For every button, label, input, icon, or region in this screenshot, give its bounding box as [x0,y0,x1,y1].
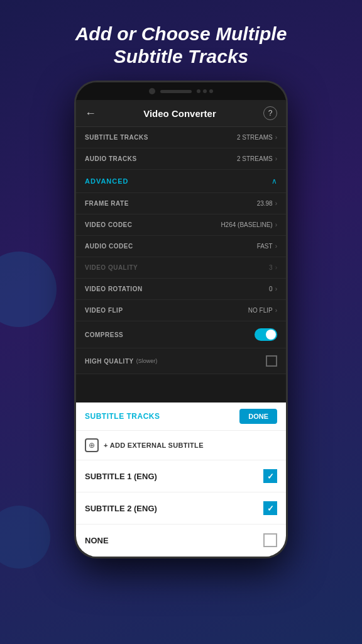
phone-frame: ← Video Converter ? SUBTITLE TRACKS 2 ST… [74,80,288,558]
video-codec-label: VIDEO CODEC [85,221,133,228]
video-rotation-chevron: › [275,286,277,292]
audio-tracks-value: 2 STREAMS › [237,155,277,162]
subtitle-tracks-row[interactable]: SUBTITLE TRACKS 2 STREAMS › [76,127,286,148]
video-quality-value: 3 › [269,264,277,271]
subtitle-tracks-chevron: › [275,134,277,141]
back-button[interactable]: ← [85,107,96,120]
audio-codec-chevron: › [275,243,277,250]
high-quality-sublabel: (Slower) [136,358,158,364]
frame-rate-row[interactable]: FRAME RATE 23.98 › [76,193,286,214]
audio-codec-value: FAST › [257,243,277,250]
bg-decoration-left [0,252,57,327]
video-codec-chevron: › [275,221,277,228]
frame-rate-chevron: › [275,200,277,207]
advanced-chevron: ∧ [272,177,277,186]
phone-dot-3 [209,89,213,93]
audio-tracks-row[interactable]: AUDIO TRACKS 2 STREAMS › [76,148,286,170]
video-flip-row[interactable]: VIDEO FLIP NO FLIP › [76,300,286,321]
page-title: Add or Choose Multiple Subtitle Tracks [50,0,312,80]
none-checkbox[interactable] [263,533,277,547]
video-rotation-value: 0 › [269,286,277,292]
phone-dot-1 [197,89,200,93]
sheet-header: SUBTITLE TRACKS DONE [76,402,286,431]
none-label: NONE [85,536,109,545]
compress-toggle-knob [266,330,276,340]
app-title: Video Converter [143,108,216,119]
subtitle-tracks-value: 2 STREAMS › [237,134,277,141]
video-quality-label: VIDEO QUALITY [85,264,138,271]
audio-tracks-chevron: › [275,155,277,162]
phone-dot-2 [203,89,207,93]
app-container: ← Video Converter ? SUBTITLE TRACKS 2 ST… [76,100,286,557]
phone-dots [197,89,213,93]
sheet-title: SUBTITLE TRACKS [85,412,160,421]
done-button[interactable]: DONE [239,409,277,424]
high-quality-row[interactable]: HIGH QUALITY (Slower) [76,348,286,374]
bottom-sheet: SUBTITLE TRACKS DONE ⊕ + ADD EXTERNAL SU… [76,402,286,557]
video-rotation-row[interactable]: VIDEO ROTATION 0 › [76,279,286,300]
bg-decoration-bottom [0,506,50,569]
subtitle-2-row[interactable]: SUBTITLE 2 (ENG) ✓ [76,492,286,525]
advanced-row[interactable]: ADVANCED ∧ [76,170,286,193]
video-quality-row[interactable]: VIDEO QUALITY 3 › [76,257,286,279]
subtitle-1-checkbox[interactable]: ✓ [263,469,277,483]
subtitle-tracks-label: SUBTITLE TRACKS [85,134,148,141]
frame-rate-label: FRAME RATE [85,200,129,207]
video-flip-chevron: › [275,307,277,314]
app-header: ← Video Converter ? [76,100,286,127]
compress-label: COMPRESS [85,331,123,338]
compress-toggle[interactable] [255,328,277,341]
add-external-row[interactable]: ⊕ + ADD EXTERNAL SUBTITLE [76,431,286,460]
video-codec-value: H264 (BASELINE) › [221,221,277,228]
add-external-icon: ⊕ [85,438,99,452]
subtitle-1-row[interactable]: SUBTITLE 1 (ENG) ✓ [76,460,286,492]
video-quality-chevron: › [275,264,277,271]
audio-tracks-label: AUDIO TRACKS [85,155,137,162]
add-external-label: + ADD EXTERNAL SUBTITLE [104,441,204,449]
subtitle-2-checkbox[interactable]: ✓ [263,501,277,515]
none-row[interactable]: NONE [76,525,286,557]
video-flip-label: VIDEO FLIP [85,307,123,314]
audio-codec-label: AUDIO CODEC [85,243,133,250]
compress-row[interactable]: COMPRESS [76,321,286,348]
high-quality-checkbox[interactable] [266,355,277,367]
phone-speaker [160,90,192,93]
video-flip-value: NO FLIP › [248,307,277,314]
frame-rate-value: 23.98 › [257,200,277,207]
high-quality-label: HIGH QUALITY [85,358,134,365]
phone-camera [149,88,155,94]
help-button[interactable]: ? [263,106,277,120]
video-codec-row[interactable]: VIDEO CODEC H264 (BASELINE) › [76,214,286,236]
advanced-label: ADVANCED [85,177,129,185]
video-rotation-label: VIDEO ROTATION [85,286,143,292]
subtitle-1-label: SUBTITLE 1 (ENG) [85,472,157,481]
subtitle-2-label: SUBTITLE 2 (ENG) [85,504,157,513]
audio-codec-row[interactable]: AUDIO CODEC FAST › [76,236,286,257]
phone-top-bar [76,82,286,100]
